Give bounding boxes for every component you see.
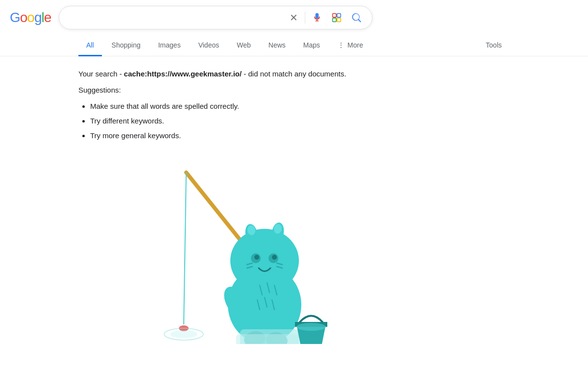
- image-search-button[interactable]: [330, 11, 343, 24]
- svg-rect-2: [333, 18, 337, 22]
- tab-all[interactable]: All: [78, 35, 102, 56]
- google-logo: Google: [10, 10, 51, 25]
- suggestions-title: Suggestions:: [78, 86, 363, 94]
- voice-search-button[interactable]: [310, 11, 324, 24]
- main-content: Your search - cache:https://www.geekmast…: [0, 56, 441, 356]
- tab-maps[interactable]: Maps: [295, 35, 328, 56]
- search-submit-button[interactable]: [349, 10, 364, 25]
- search-tabs: All Shopping Images Videos Web News Maps…: [0, 35, 588, 56]
- tab-images[interactable]: Images: [150, 35, 189, 56]
- search-query-bold: cache:https://www.geekmaster.io/: [124, 70, 242, 78]
- suggestion-item: Try different keywords.: [90, 114, 363, 128]
- no-results-message: Your search - cache:https://www.geekmast…: [78, 68, 363, 80]
- svg-point-25: [235, 311, 250, 323]
- svg-rect-3: [337, 18, 341, 22]
- monster-fishing-svg: [108, 158, 333, 344]
- divider: [305, 12, 305, 24]
- search-icons: [310, 10, 364, 25]
- tab-more[interactable]: ⋮ More: [330, 35, 371, 56]
- tab-web[interactable]: Web: [229, 35, 259, 56]
- search-bar: cache:https://www.geekmaster.io/ ✕: [59, 6, 372, 29]
- suggestion-item: Make sure that all words are spelled cor…: [90, 99, 363, 114]
- no-results-illustration: [78, 158, 363, 344]
- svg-point-18: [272, 255, 277, 260]
- clear-button[interactable]: ✕: [288, 11, 300, 24]
- svg-point-8: [170, 330, 197, 338]
- svg-point-17: [254, 255, 259, 260]
- search-input[interactable]: cache:https://www.geekmaster.io/: [67, 13, 283, 22]
- tab-news[interactable]: News: [261, 35, 294, 56]
- svg-point-10: [230, 229, 299, 293]
- svg-point-36: [296, 323, 326, 331]
- tab-tools[interactable]: Tools: [478, 35, 510, 56]
- svg-rect-35: [236, 334, 303, 344]
- svg-rect-0: [333, 14, 337, 18]
- more-dots-icon: ⋮: [338, 41, 344, 49]
- suggestion-item: Try more general keywords.: [90, 128, 363, 143]
- suggestions-list: Make sure that all words are spelled cor…: [78, 99, 363, 143]
- tab-videos[interactable]: Videos: [191, 35, 227, 56]
- tab-shopping[interactable]: Shopping: [104, 35, 148, 56]
- svg-line-5: [184, 172, 186, 324]
- svg-rect-1: [337, 14, 341, 18]
- header: Google cache:https://www.geekmaster.io/ …: [0, 0, 588, 35]
